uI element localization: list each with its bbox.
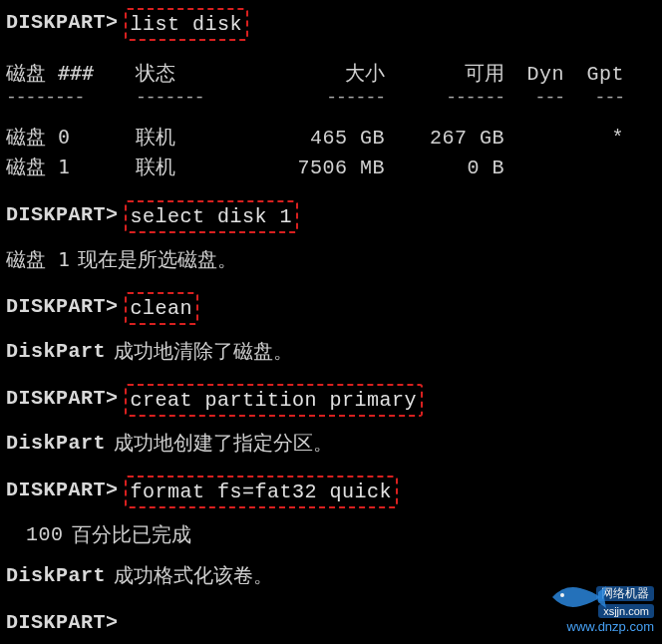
col-free: 可用: [385, 59, 504, 88]
command-create-partition: creat partition primary: [125, 384, 424, 417]
watermark: 网络机器 xsjjn.com www.dnzp.com: [567, 585, 654, 634]
prompt: DISKPART>: [6, 8, 119, 41]
svg-point-0: [560, 593, 564, 597]
prompt: DISKPART>: [6, 200, 119, 233]
progress-percent: 100: [26, 520, 64, 549]
command-line[interactable]: DISKPART> list disk: [6, 8, 656, 41]
fish-icon: [550, 582, 606, 612]
msg-prefix: DiskPart: [6, 337, 106, 366]
cell-disk: 磁盘 1: [6, 153, 116, 181]
msg-text: 成功地创建了指定分区。: [114, 429, 333, 458]
message-selected-disk: 磁盘 1 现在是所选磁盘。: [6, 245, 656, 274]
col-disk: 磁盘 ###: [6, 59, 116, 88]
prompt: DISKPART>: [6, 608, 119, 637]
command-line[interactable]: DISKPART> clean: [6, 292, 656, 325]
disk-table-underline: -------- ------- ------ ------ --- ---: [6, 85, 656, 111]
msg-prefix: 磁盘 1: [6, 245, 70, 274]
prompt: DISKPART>: [6, 384, 119, 417]
command-line[interactable]: DISKPART> format fs=fat32 quick: [6, 476, 656, 508]
terminal-output: DISKPART> list disk 磁盘 ### 状态 大小 可用 Dyn …: [0, 0, 662, 644]
msg-prefix: DiskPart: [6, 561, 106, 590]
command-line[interactable]: DISKPART> select disk 1: [6, 200, 656, 233]
prompt: DISKPART>: [6, 476, 119, 508]
command-format: format fs=fat32 quick: [125, 476, 399, 508]
col-status: 状态: [136, 59, 255, 88]
col-size: 大小: [255, 59, 385, 88]
watermark-line2: xsjjn.com: [598, 604, 654, 618]
cell-free: 0 B: [385, 154, 504, 182]
message-clean-success: DiskPart 成功地清除了磁盘。: [6, 337, 656, 366]
message-partition-created: DiskPart 成功地创建了指定分区。: [6, 429, 656, 458]
cell-status: 联机: [136, 123, 255, 152]
cell-free: 267 GB: [385, 124, 504, 153]
command-line[interactable]: DISKPART> creat partition primary: [6, 384, 656, 417]
cell-size: 7506 MB: [255, 154, 385, 182]
table-row: 磁盘 1 联机 7506 MB 0 B: [6, 153, 656, 182]
table-row: 磁盘 0 联机 465 GB 267 GB *: [6, 123, 656, 153]
msg-text: 现在是所选磁盘。: [78, 245, 237, 274]
cell-disk: 磁盘 0: [6, 123, 116, 152]
command-list-disk: list disk: [125, 8, 249, 41]
msg-prefix: DiskPart: [6, 429, 106, 458]
watermark-line3: www.dnzp.com: [567, 619, 654, 634]
msg-text: 成功地清除了磁盘。: [114, 337, 293, 366]
cell-size: 465 GB: [255, 124, 385, 153]
prompt: DISKPART>: [6, 292, 119, 325]
message-progress: 100 百分比已完成: [6, 520, 656, 549]
progress-text: 百分比已完成: [72, 520, 191, 549]
msg-text: 成功格式化该卷。: [114, 561, 273, 590]
command-select-disk: select disk 1: [125, 200, 299, 233]
cell-status: 联机: [136, 153, 255, 181]
cell-gpt: *: [564, 124, 624, 153]
command-clean: clean: [125, 292, 199, 325]
command-line-empty[interactable]: DISKPART>: [6, 608, 656, 637]
